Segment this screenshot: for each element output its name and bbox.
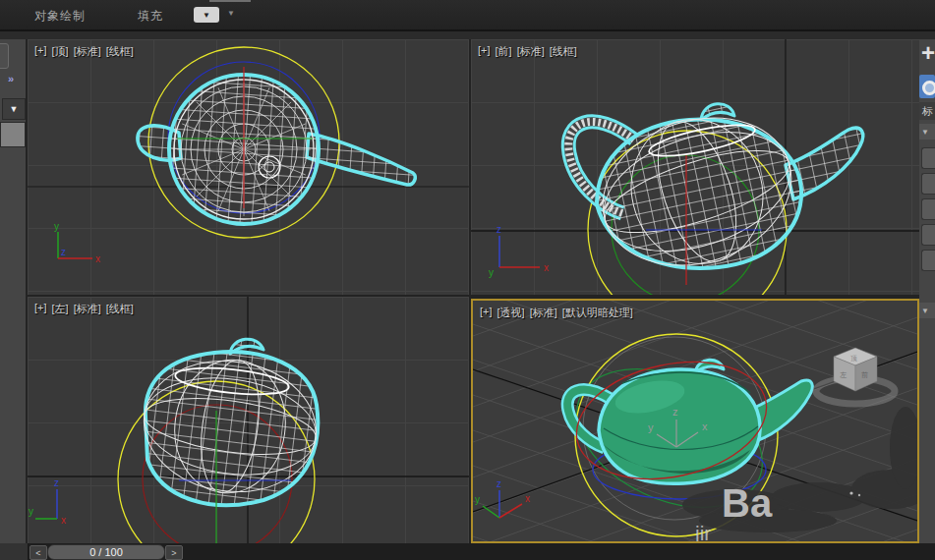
vp-menu-general[interactable]: [+] — [478, 44, 491, 59]
panel-title-object-paint: 对象绘制 — [34, 8, 86, 25]
vp-menu-pov[interactable]: [左] — [52, 302, 69, 316]
vp-menu-pov[interactable]: [前] — [496, 44, 512, 59]
next-frame-button[interactable]: > — [165, 545, 183, 560]
svg-text:x: x — [702, 420, 708, 432]
svg-text:y: y — [29, 506, 33, 517]
svg-text:jir: jir — [694, 522, 711, 541]
ribbon-tab-notch — [209, 0, 251, 2]
svg-text:Ba: Ba — [722, 481, 773, 525]
vp-menu-standard[interactable]: [标准] — [517, 44, 545, 59]
svg-text:x: x — [95, 253, 100, 264]
vp-menu-general[interactable]: [+] — [34, 302, 47, 316]
left-dropdown-button[interactable]: ▼ — [2, 98, 26, 120]
svg-text:左: 左 — [840, 371, 847, 378]
svg-text:z: z — [54, 477, 59, 488]
viewport-perspective-active[interactable]: [+] [透视] [标准] [默认明暗处理] — [471, 299, 919, 543]
vp-menu-shading[interactable]: [线框] — [106, 302, 134, 316]
teapot-spout[interactable] — [307, 134, 415, 185]
viewcube[interactable]: 顶 左 前 — [816, 348, 895, 404]
rollout-header[interactable]: ▼ — [919, 124, 935, 140]
viewport-persp-label: [+] [透视] [标准] [默认明暗处理] — [480, 306, 633, 320]
viewport-top-label: [+] [顶] [标准] [线框] — [34, 44, 134, 59]
svg-text:x: x — [525, 493, 530, 504]
svg-text:x: x — [544, 262, 549, 273]
vp-menu-pov[interactable]: [顶] — [52, 44, 69, 59]
axis-tripod-persp: z y x — [475, 478, 530, 518]
object-type-dropdown[interactable]: 标 — [919, 102, 935, 120]
clipped-button-edge[interactable] — [0, 43, 9, 69]
teapot-top-wireframe[interactable] — [138, 75, 415, 224]
viewport-left-label: [+] [左] [标准] [线框] — [34, 302, 134, 316]
prev-frame-button[interactable]: < — [29, 545, 47, 560]
svg-text:y: y — [648, 421, 654, 433]
svg-text:y: y — [475, 494, 480, 505]
vp-menu-standard[interactable]: [标准] — [530, 306, 557, 320]
axis-tripod-front: z x y — [489, 224, 549, 278]
viewport-front[interactable]: [+] [前] [标准] [线框] — [471, 39, 919, 295]
svg-text:y: y — [489, 267, 494, 278]
viewport-front-canvas: z x y — [471, 39, 919, 295]
panel-button[interactable] — [921, 250, 935, 271]
panel-button[interactable] — [921, 147, 935, 169]
fill-dropdown-button[interactable]: ▼ — [194, 7, 219, 23]
time-slider-bar: < 0 / 100 > — [0, 543, 935, 560]
vp-menu-general[interactable]: [+] — [480, 306, 493, 320]
viewport-persp-canvas: z y x 顶 左 前 — [473, 301, 917, 541]
axis-tripod-top: y x z — [54, 221, 100, 264]
axis-tripod-left: z y x — [29, 477, 66, 526]
dropdown-triangle-icon: ▼ — [10, 104, 19, 114]
svg-text:z: z — [61, 247, 66, 257]
vp-menu-pov[interactable]: [透视] — [497, 306, 525, 320]
overflow-chevron-icon[interactable]: » — [8, 73, 14, 84]
svg-text:z: z — [497, 224, 501, 235]
vp-menu-standard[interactable]: [标准] — [74, 44, 101, 59]
rollout-arrow-icon: ▼ — [921, 307, 929, 315]
3dsmax-window: 对象绘制 填充 ▼ ▼ » ▼ [+] [顶] [标准] [线框] — [0, 0, 935, 560]
viewport-left-canvas: z y x — [28, 297, 469, 543]
fill-dropdown-icon: ▼ — [203, 11, 210, 20]
left-tool-strip: » ▼ — [0, 39, 28, 543]
viewport-top[interactable]: [+] [顶] [标准] [线框] — [28, 39, 469, 295]
color-swatch[interactable] — [0, 122, 26, 147]
panel-button[interactable] — [921, 173, 935, 195]
svg-text:y: y — [54, 221, 59, 232]
ribbon-overflow-arrow-icon[interactable]: ▼ — [227, 9, 235, 18]
command-panel-sliver: + 标 ▼ ▼ — [919, 39, 935, 543]
svg-text:z: z — [672, 406, 678, 418]
vp-menu-standard[interactable]: [标准] — [74, 302, 101, 316]
panel-title-fill: 填充 — [138, 8, 163, 25]
viewport-top-canvas: y x z — [28, 39, 469, 295]
ribbon-bar: 对象绘制 填充 ▼ ▼ — [0, 0, 935, 30]
vp-menu-general[interactable]: [+] — [34, 44, 47, 59]
svg-text:顶: 顶 — [850, 355, 857, 363]
viewport-area: [+] [顶] [标准] [线框] — [28, 39, 919, 543]
rollout-header[interactable]: ▼ — [919, 303, 935, 318]
panel-button[interactable] — [921, 224, 935, 246]
svg-text:前: 前 — [861, 371, 868, 378]
vp-menu-shading[interactable]: [线框] — [550, 44, 577, 59]
vp-menu-shading[interactable]: [默认明暗处理] — [562, 306, 633, 320]
rollout-arrow-icon: ▼ — [921, 128, 929, 137]
create-tab-icon[interactable]: + — [921, 39, 935, 67]
teapot-front-wireframe[interactable] — [568, 94, 862, 289]
vp-menu-shading[interactable]: [线框] — [106, 44, 134, 59]
sphere-icon — [922, 81, 935, 95]
svg-text:z: z — [497, 478, 501, 489]
svg-text:x: x — [61, 515, 66, 526]
time-slider-handle[interactable]: 0 / 100 — [47, 544, 165, 560]
viewport-left[interactable]: [+] [左] [标准] [线框] — [28, 297, 469, 543]
panel-button[interactable] — [921, 198, 935, 220]
viewport-front-label: [+] [前] [标准] [线框] — [478, 44, 577, 59]
bottom-left-corner — [0, 543, 29, 560]
